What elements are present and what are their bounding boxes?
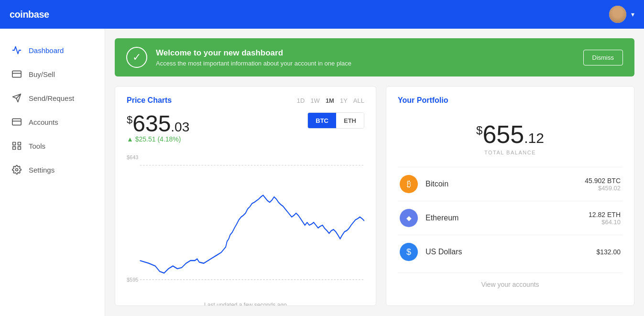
asset-amounts-eth: 12.82 ETH $64.10 xyxy=(589,211,621,226)
activity-icon xyxy=(11,45,22,55)
cards-row: Price Charts 1D 1W 1M 1Y ALL $635.03 xyxy=(115,86,634,306)
sidebar-item-settings[interactable]: Settings xyxy=(0,158,105,182)
banner-text: Welcome to your new dashboard Access the… xyxy=(156,48,583,67)
logo: coinbase xyxy=(10,9,49,20)
btc-button[interactable]: BTC xyxy=(308,113,336,128)
sidebar-label-tools: Tools xyxy=(29,142,45,150)
price-charts-title: Price Charts xyxy=(127,96,172,105)
price-change: ▲ $25.51 (4.18%) xyxy=(127,135,189,143)
sidebar-item-tools[interactable]: Tools xyxy=(0,134,105,158)
svg-rect-9 xyxy=(13,147,16,150)
portfolio-header: Your Portfolio xyxy=(398,96,622,105)
asset-name-usd: US Dollars xyxy=(426,248,596,256)
asset-name-eth: Ethereum xyxy=(426,214,589,222)
eth-fiat-amount: $64.10 xyxy=(589,218,621,226)
sidebar-label-dashboard: Dashboard xyxy=(29,46,64,54)
time-filter-1m[interactable]: 1M xyxy=(326,97,334,104)
asset-amounts-usd: $132.00 xyxy=(596,248,621,256)
last-updated: Last updated a few seconds ago xyxy=(127,302,364,306)
banner-subtitle: Access the most important information ab… xyxy=(156,60,583,67)
eth-icon: ◆ xyxy=(400,209,418,227)
time-filter-1y[interactable]: 1Y xyxy=(340,97,348,104)
asset-name-btc: Bitcoin xyxy=(426,180,585,188)
svg-rect-4 xyxy=(12,119,21,125)
sidebar-item-accounts[interactable]: Accounts xyxy=(0,110,105,134)
chart-high-label: $643 xyxy=(127,154,138,160)
usd-amount: $132.00 xyxy=(596,248,621,256)
svg-point-10 xyxy=(16,169,18,171)
sidebar-label-sendrequest: Send/Request xyxy=(29,94,74,102)
time-filter-all[interactable]: ALL xyxy=(353,97,364,104)
sidebar-label-accounts: Accounts xyxy=(29,118,58,126)
portfolio-title: Your Portfolio xyxy=(398,96,448,105)
chevron-down-icon[interactable]: ▾ xyxy=(631,11,634,18)
send-icon xyxy=(11,93,22,103)
svg-rect-6 xyxy=(13,142,16,145)
asset-row-btc[interactable]: ₿ Bitcoin 45.902 BTC $459.02 xyxy=(398,167,622,201)
banner-check-icon: ✓ xyxy=(126,47,147,68)
chart-svg xyxy=(127,154,364,296)
price-chart: $643 $595 Last updated a few seconds ago xyxy=(127,154,364,296)
asset-amounts-btc: 45.902 BTC $459.02 xyxy=(585,177,621,192)
chart-low-label: $595 xyxy=(127,277,138,283)
buysell-icon xyxy=(11,69,22,79)
time-filters: 1D 1W 1M 1Y ALL xyxy=(297,97,364,104)
time-filter-1w[interactable]: 1W xyxy=(310,97,320,104)
portfolio-card: Your Portfolio $655.12 TOTAL BALANCE ₿ B… xyxy=(386,86,634,306)
price-charts-card: Price Charts 1D 1W 1M 1Y ALL $635.03 xyxy=(115,86,376,306)
price-charts-header: Price Charts 1D 1W 1M 1Y ALL xyxy=(127,96,364,105)
portfolio-amount: $655.12 xyxy=(398,122,622,147)
asset-list: ₿ Bitcoin 45.902 BTC $459.02 ◆ Ethereum … xyxy=(398,167,622,272)
banner-title: Welcome to your new dashboard xyxy=(156,48,583,58)
svg-rect-7 xyxy=(18,142,21,145)
accounts-icon xyxy=(11,117,22,127)
portfolio-label: TOTAL BALANCE xyxy=(398,150,622,155)
view-accounts-link[interactable]: View your accounts xyxy=(398,272,622,296)
time-filter-1d[interactable]: 1D xyxy=(297,97,305,104)
btc-crypto-amount: 45.902 BTC xyxy=(585,177,621,185)
price-display: $635.03 ▲ $25.51 (4.18%) BTC ETH xyxy=(127,112,364,151)
sidebar-item-sendrequest[interactable]: Send/Request xyxy=(0,86,105,110)
layout: Dashboard Buy/Sell Send/Request xyxy=(0,29,644,316)
sidebar-label-buysell: Buy/Sell xyxy=(29,70,55,78)
avatar[interactable] xyxy=(609,6,626,23)
svg-rect-8 xyxy=(18,147,21,150)
currency-toggle: BTC ETH xyxy=(307,112,364,129)
sidebar: Dashboard Buy/Sell Send/Request xyxy=(0,29,105,316)
current-price: $635.03 xyxy=(127,112,189,135)
sidebar-item-dashboard[interactable]: Dashboard xyxy=(0,38,105,62)
svg-rect-0 xyxy=(12,71,21,77)
btc-icon: ₿ xyxy=(400,175,418,193)
sidebar-item-buysell[interactable]: Buy/Sell xyxy=(0,62,105,86)
welcome-banner: ✓ Welcome to your new dashboard Access t… xyxy=(115,38,634,76)
settings-icon xyxy=(11,164,22,175)
sidebar-label-settings: Settings xyxy=(29,166,55,174)
main-content: ✓ Welcome to your new dashboard Access t… xyxy=(105,29,644,316)
asset-row-eth[interactable]: ◆ Ethereum 12.82 ETH $64.10 xyxy=(398,201,622,235)
eth-button[interactable]: ETH xyxy=(336,113,364,128)
usd-icon: $ xyxy=(400,243,418,261)
tools-icon xyxy=(11,141,22,151)
btc-fiat-amount: $459.02 xyxy=(585,185,621,192)
portfolio-total: $655.12 TOTAL BALANCE xyxy=(398,112,622,167)
eth-crypto-amount: 12.82 ETH xyxy=(589,211,621,218)
header: coinbase ▾ xyxy=(0,0,644,29)
asset-row-usd[interactable]: $ US Dollars $132.00 xyxy=(398,235,622,269)
dismiss-button[interactable]: Dismiss xyxy=(583,50,623,65)
header-right: ▾ xyxy=(609,6,634,23)
